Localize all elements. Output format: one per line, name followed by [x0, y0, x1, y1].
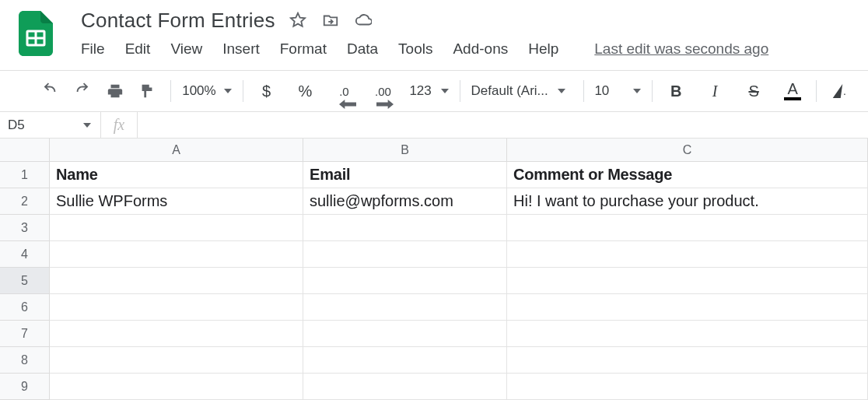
col-header-C[interactable]: C	[507, 139, 868, 162]
row-header-3[interactable]: 3	[0, 215, 50, 241]
menu-tools[interactable]: Tools	[398, 40, 432, 58]
paint-format-button[interactable]	[135, 79, 159, 104]
doc-title[interactable]: Contact Form Entries	[81, 9, 275, 33]
formula-bar-input[interactable]	[137, 112, 868, 138]
row-header-2[interactable]: 2	[0, 188, 50, 215]
cell-A2[interactable]: Sullie WPForms	[50, 188, 303, 215]
chevron-down-icon	[441, 89, 449, 93]
decrease-decimal-button[interactable]: .0	[331, 79, 356, 104]
redo-button[interactable]	[70, 79, 95, 104]
cell-A4[interactable]	[50, 241, 303, 268]
row-header-4[interactable]: 4	[0, 241, 50, 268]
font-size-select[interactable]: 10	[594, 83, 641, 99]
font-size-value: 10	[594, 83, 609, 99]
menu-addons[interactable]: Add-ons	[453, 40, 508, 58]
cell-C2[interactable]: Hi! I want to purchase your product.	[507, 188, 868, 215]
percent-button[interactable]: %	[292, 79, 317, 104]
cell-C9[interactable]	[507, 374, 868, 400]
menu-format[interactable]: Format	[280, 40, 327, 58]
cell-A8[interactable]	[50, 347, 303, 374]
strikethrough-button[interactable]: S	[741, 79, 766, 104]
chevron-down-icon	[558, 89, 565, 93]
text-color-button[interactable]: A	[780, 79, 805, 104]
move-icon[interactable]	[322, 12, 339, 29]
increase-decimal-button[interactable]: .00	[370, 79, 395, 104]
chevron-down-icon	[633, 89, 641, 93]
menu-data[interactable]: Data	[347, 40, 378, 58]
font-select[interactable]: Default (Ari...	[471, 83, 572, 99]
cell-A6[interactable]	[50, 294, 303, 321]
cell-C7[interactable]	[507, 321, 868, 347]
last-edit-link[interactable]: Last edit was seconds ago	[594, 40, 768, 58]
bold-button[interactable]: B	[663, 79, 688, 104]
cell-B1[interactable]: Email	[303, 162, 507, 188]
menu-insert[interactable]: Insert	[222, 40, 260, 58]
row-header-5[interactable]: 5	[0, 268, 50, 294]
print-button[interactable]	[103, 79, 128, 104]
row-header-8[interactable]: 8	[0, 347, 50, 374]
cell-A5[interactable]	[50, 268, 303, 294]
undo-button[interactable]	[37, 79, 62, 104]
cell-C8[interactable]	[507, 347, 868, 374]
row-header-9[interactable]: 9	[0, 374, 50, 400]
chevron-down-icon	[224, 89, 232, 93]
menu-edit[interactable]: Edit	[125, 40, 151, 58]
fill-color-button[interactable]: .	[828, 79, 852, 104]
cell-B5[interactable]	[303, 268, 507, 294]
col-header-A[interactable]: A	[50, 139, 303, 162]
cell-C5[interactable]	[507, 268, 868, 294]
font-name: Default (Ari...	[471, 83, 548, 99]
cell-A3[interactable]	[50, 215, 303, 241]
row-header-7[interactable]: 7	[0, 321, 50, 347]
cell-B9[interactable]	[303, 374, 507, 400]
cell-C1[interactable]: Comment or Message	[507, 162, 868, 188]
italic-button[interactable]: I	[702, 79, 727, 104]
col-header-B[interactable]: B	[303, 139, 507, 162]
cell-B2[interactable]: sullie@wpforms.com	[303, 188, 507, 215]
fx-icon: fx	[101, 116, 137, 134]
zoom-select[interactable]: 100%	[182, 83, 231, 99]
menu-help[interactable]: Help	[528, 40, 558, 58]
number-format-select[interactable]: 123	[409, 83, 448, 99]
cell-B7[interactable]	[303, 321, 507, 347]
cell-B4[interactable]	[303, 241, 507, 268]
toolbar: 100% $ % .0 .00 123 Default (Ari... 10 B	[0, 71, 868, 111]
cell-B8[interactable]	[303, 347, 507, 374]
active-cell-ref: D5	[8, 118, 25, 133]
star-icon[interactable]	[289, 12, 306, 29]
chevron-down-icon	[83, 123, 91, 128]
cell-C3[interactable]	[507, 215, 868, 241]
menu-file[interactable]: File	[81, 40, 105, 58]
currency-button[interactable]: $	[254, 79, 279, 104]
menu-bar: File Edit View Insert Format Data Tools …	[81, 34, 868, 58]
row-header-1[interactable]: 1	[0, 162, 50, 188]
cell-B3[interactable]	[303, 215, 507, 241]
cell-B6[interactable]	[303, 294, 507, 321]
name-box[interactable]: D5	[0, 112, 101, 138]
menu-view[interactable]: View	[170, 40, 202, 58]
select-all-corner[interactable]	[0, 139, 50, 162]
zoom-value: 100%	[182, 83, 215, 99]
row-header-6[interactable]: 6	[0, 294, 50, 321]
cell-C4[interactable]	[507, 241, 868, 268]
spreadsheet-grid[interactable]: A B C 1 Name Email Comment or Message 2 …	[0, 139, 868, 400]
cell-A9[interactable]	[50, 374, 303, 400]
sheets-logo-icon[interactable]	[16, 6, 56, 61]
cell-A7[interactable]	[50, 321, 303, 347]
cell-A1[interactable]: Name	[50, 162, 303, 188]
cell-C6[interactable]	[507, 294, 868, 321]
cloud-status-icon[interactable]	[355, 12, 372, 29]
